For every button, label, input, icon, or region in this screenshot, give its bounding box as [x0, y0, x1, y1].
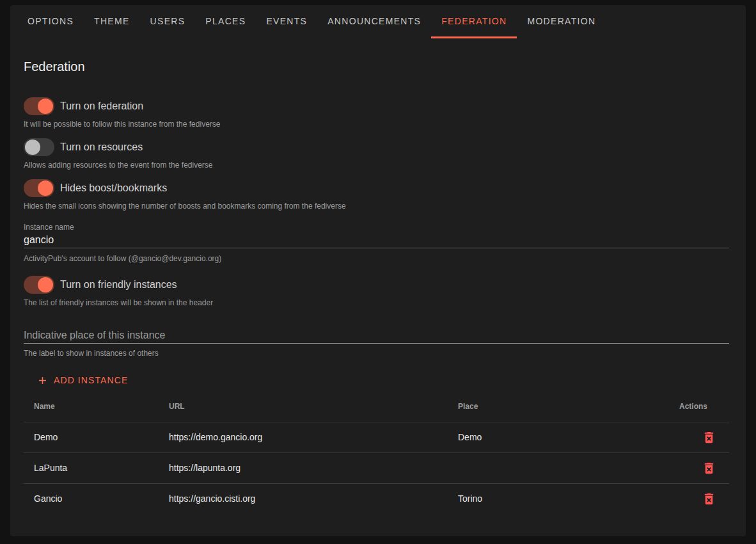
tab-moderation[interactable]: MODERATION — [517, 5, 606, 38]
resources-toggle-hint: Allows adding resources to the event fro… — [24, 160, 729, 170]
table-row: Demo https://demo.gancio.org Demo — [24, 422, 729, 452]
plus-icon — [36, 374, 49, 387]
admin-settings-card: OPTIONS THEME USERS PLACES EVENTS ANNOUN… — [10, 5, 746, 536]
hide-boosts-toggle-block: Hides boost/bookmarks Hides the small ic… — [24, 179, 729, 211]
hide-boosts-toggle-label[interactable]: Hides boost/bookmarks — [60, 182, 167, 194]
resources-toggle-block: Turn on resources Allows adding resource… — [24, 138, 729, 170]
friendly-instances-toggle[interactable] — [24, 276, 54, 294]
tab-options[interactable]: OPTIONS — [17, 5, 84, 38]
instance-name-field-block: Instance name ActivityPub's account to f… — [24, 222, 729, 264]
table-header-row: Name URL Place Actions — [24, 392, 729, 422]
friendly-instances-toggle-block: Turn on friendly instances The list of f… — [24, 276, 729, 308]
tab-events[interactable]: EVENTS — [256, 5, 317, 38]
delete-instance-button[interactable] — [700, 459, 718, 477]
instance-name-cell: LaPunta — [24, 452, 159, 483]
toggle-thumb — [25, 140, 40, 155]
toggle-thumb — [38, 180, 53, 196]
instance-place-cell — [448, 452, 669, 483]
trash-delete-forever-icon — [702, 430, 716, 445]
instance-place-field-block: The label to show in instances of others — [24, 328, 729, 358]
instance-name-cell: Gancio — [24, 483, 159, 514]
friendly-instances-toggle-label[interactable]: Turn on friendly instances — [60, 279, 177, 291]
tab-theme[interactable]: THEME — [84, 5, 140, 38]
resources-toggle[interactable] — [24, 138, 54, 156]
table-row: Gancio https://gancio.cisti.org Torino — [24, 483, 729, 514]
instance-place-cell: Torino — [448, 483, 669, 514]
federation-toggle-label[interactable]: Turn on federation — [60, 100, 143, 112]
instance-place-cell: Demo — [448, 422, 669, 452]
admin-tab-bar: OPTIONS THEME USERS PLACES EVENTS ANNOUN… — [10, 5, 746, 38]
header-place: Place — [448, 392, 669, 422]
instance-actions-cell — [669, 483, 729, 514]
hide-boosts-toggle[interactable] — [24, 179, 54, 197]
instance-name-label: Instance name — [24, 222, 729, 232]
resources-toggle-label[interactable]: Turn on resources — [60, 141, 143, 153]
add-instance-button-label: ADD INSTANCE — [54, 375, 128, 385]
federation-toggle-hint: It will be possible to follow this insta… — [24, 119, 729, 129]
friendly-instances-table: Name URL Place Actions Demo https://demo… — [24, 392, 729, 514]
instance-name-input[interactable] — [24, 232, 729, 248]
instance-name-hint: ActivityPub's account to follow (@gancio… — [24, 253, 729, 264]
instance-actions-cell — [669, 422, 729, 452]
instance-name-cell: Demo — [24, 422, 159, 452]
header-name: Name — [24, 392, 159, 422]
header-url: URL — [159, 392, 448, 422]
page-title: Federation — [24, 58, 729, 76]
instance-url-cell: https://gancio.cisti.org — [159, 483, 448, 514]
toggle-thumb — [38, 277, 53, 292]
instance-url-cell: https://lapunta.org — [159, 452, 448, 483]
delete-instance-button[interactable] — [700, 490, 718, 508]
federation-toggle-block: Turn on federation It will be possible t… — [24, 97, 729, 129]
friendly-instances-toggle-hint: The list of friendly instances will be s… — [24, 298, 729, 308]
tab-announcements[interactable]: ANNOUNCEMENTS — [317, 5, 431, 38]
hide-boosts-toggle-hint: Hides the small icons showing the number… — [24, 201, 729, 211]
table-row: LaPunta https://lapunta.org — [24, 452, 729, 483]
trash-delete-forever-icon — [702, 461, 716, 476]
instance-place-input[interactable] — [24, 328, 729, 344]
federation-toggle[interactable] — [24, 97, 54, 115]
trash-delete-forever-icon — [702, 492, 716, 506]
instance-place-hint: The label to show in instances of others — [24, 348, 729, 358]
delete-instance-button[interactable] — [700, 428, 718, 446]
tab-places[interactable]: PLACES — [195, 5, 256, 38]
instance-actions-cell — [669, 452, 729, 483]
instance-url-cell: https://demo.gancio.org — [159, 422, 448, 452]
tab-users[interactable]: USERS — [140, 5, 196, 38]
header-actions: Actions — [669, 392, 729, 422]
add-instance-button[interactable]: ADD INSTANCE — [29, 369, 136, 392]
tab-federation[interactable]: FEDERATION — [431, 5, 517, 38]
toggle-thumb — [38, 99, 53, 114]
federation-settings-panel: Federation Turn on federation It will be… — [10, 58, 746, 514]
